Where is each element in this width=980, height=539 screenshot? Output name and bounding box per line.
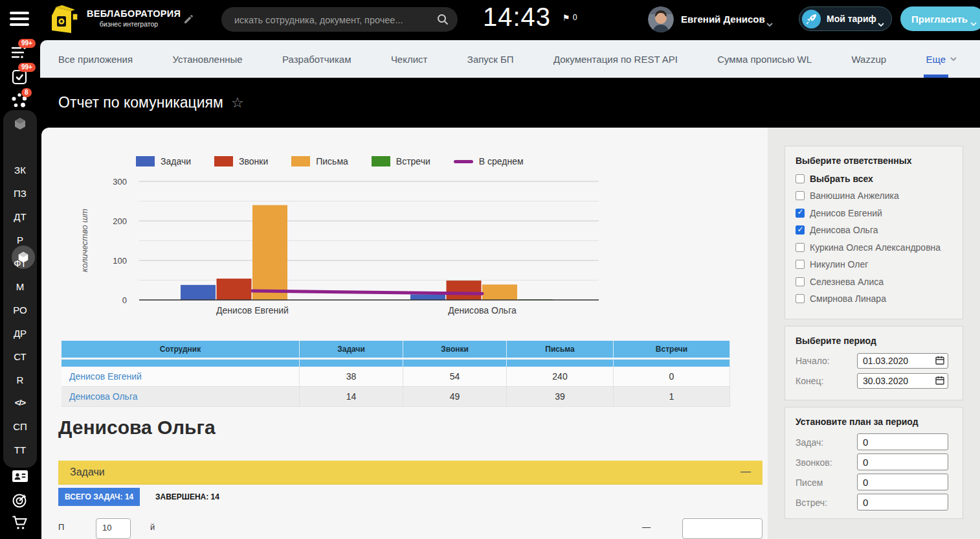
notifications-flag[interactable]: ⚑ 0: [562, 13, 577, 22]
table-strip-cell: [300, 360, 403, 367]
responsible-name: Ванюшина Анжелика: [810, 190, 899, 201]
rail-item[interactable]: ЗК: [3, 165, 37, 176]
rail-item[interactable]: РО: [3, 304, 37, 315]
table-header-cell[interactable]: Звонки: [403, 341, 507, 358]
user-name[interactable]: Евгений Денисов: [681, 14, 765, 25]
table-cell: 49: [403, 387, 507, 407]
nav-item[interactable]: Документация по REST API: [553, 54, 678, 65]
responsible-row[interactable]: Куркина Олеся Александровна: [796, 242, 941, 253]
responsible-row[interactable]: Денисов Евгений: [796, 208, 941, 218]
tasks-icon[interactable]: [12, 69, 27, 87]
rail-item[interactable]: ФТ: [3, 258, 37, 269]
responsible-checkbox[interactable]: [796, 209, 805, 218]
table-header-cell[interactable]: Задачи: [300, 341, 403, 358]
communications-chart: 0100200300количество штДенисов ЕвгенийДе…: [54, 165, 650, 321]
cart-icon[interactable]: [12, 515, 28, 533]
code-icon[interactable]: </>: [3, 398, 37, 407]
nav-item[interactable]: Все приложения: [58, 54, 133, 65]
title-bar: Отчет по комуникациям ☆: [40, 78, 980, 128]
plan-field-label: Встреч:: [796, 498, 827, 508]
responsible-checkbox[interactable]: [796, 277, 805, 286]
employee-link[interactable]: Денисова Ольга: [61, 387, 300, 407]
marketplace-cube-icon[interactable]: [12, 116, 28, 134]
rail-item[interactable]: СТ: [3, 351, 37, 362]
responsible-row[interactable]: Смирнова Линара: [796, 293, 941, 304]
report-content-card: ЗадачиЗвонкиПисьмаВстречиВ среднем 01002…: [41, 128, 768, 539]
responsible-checkbox[interactable]: [796, 225, 805, 235]
rail-item[interactable]: Р: [3, 235, 37, 246]
plan-field-input[interactable]: [857, 433, 948, 450]
rail-item[interactable]: ДТ: [3, 211, 37, 222]
plan-field-input[interactable]: [857, 453, 948, 470]
table-row: Денисов Евгений38542400: [61, 367, 730, 387]
table-header-cell[interactable]: Письма: [507, 341, 614, 358]
search-input[interactable]: [233, 7, 430, 33]
flag-icon: ⚑: [562, 14, 570, 22]
plan-field-label: Писем: [796, 477, 823, 488]
responsible-checkbox[interactable]: [796, 260, 805, 269]
responsible-row[interactable]: Никулин Олег: [796, 259, 941, 270]
period-panel-title: Выберите период: [796, 336, 876, 346]
page-size-select[interactable]: 10: [96, 518, 131, 539]
table-strip-cell: [507, 360, 614, 367]
responsible-checkbox[interactable]: [796, 191, 805, 200]
responsible-row[interactable]: Денисова Ольга: [796, 225, 941, 235]
nav-more-menu[interactable]: Еще: [926, 40, 957, 78]
table-cell: 0: [614, 367, 730, 387]
svg-text:Денисов Евгений: Денисов Евгений: [216, 305, 289, 315]
calendar-icon: [935, 376, 944, 387]
top-bar: ВЕБЛАБОРАТОРИЯ бизнес интегратор 14:43 ⚑…: [0, 0, 980, 40]
responsible-checkbox[interactable]: [796, 294, 805, 303]
rail-item[interactable]: R: [3, 374, 37, 385]
period-end-label: Конец:: [796, 376, 823, 386]
my-tariff-label: Мой тариф: [827, 14, 876, 24]
table-search-input[interactable]: [682, 518, 763, 539]
company-logo-icon[interactable]: [43, 5, 84, 36]
nav-item[interactable]: Wazzup: [851, 54, 886, 65]
nav-item[interactable]: Сумма прописью WL: [717, 54, 812, 65]
responsible-row[interactable]: Селезнева Алиса: [796, 277, 941, 287]
app-window: ВЕБЛАБОРАТОРИЯ бизнес интегратор 14:43 ⚑…: [0, 0, 980, 539]
rail-item[interactable]: ДР: [3, 328, 37, 339]
select-all-row[interactable]: Выбрать всех: [796, 174, 873, 184]
rail-item[interactable]: ТТ: [3, 444, 37, 455]
collapse-icon[interactable]: —: [741, 466, 751, 477]
nav-item[interactable]: Установленные: [173, 54, 243, 65]
hamburger-menu-icon[interactable]: [10, 12, 29, 27]
nav-item[interactable]: Запуск БП: [467, 54, 514, 65]
plan-field-input[interactable]: [857, 474, 948, 490]
crm-badge: 8: [21, 88, 32, 97]
id-card-icon[interactable]: [12, 470, 28, 485]
rail-item[interactable]: СП: [3, 421, 37, 432]
target-icon[interactable]: [12, 492, 28, 511]
responsible-name: Смирнова Линара: [810, 293, 886, 304]
chevron-down-icon[interactable]: [766, 17, 773, 29]
tasks-section-header[interactable]: Задачи —: [58, 461, 763, 485]
nav-item[interactable]: Чеклист: [391, 54, 428, 65]
period-end-input[interactable]: [857, 373, 948, 389]
table-row: Денисова Ольга1449391: [61, 387, 730, 407]
flag-count: 0: [573, 13, 577, 22]
rail-item[interactable]: ПЗ: [3, 188, 37, 199]
plan-field-label: Задач:: [796, 437, 823, 448]
responsible-checkbox[interactable]: [796, 243, 805, 252]
select-all-checkbox[interactable]: [796, 174, 805, 183]
responsible-row[interactable]: Ванюшина Анжелика: [796, 190, 941, 201]
nav-item[interactable]: Разработчикам: [282, 54, 351, 65]
table-header-cell[interactable]: Встречи: [614, 341, 730, 358]
rail-item[interactable]: М: [3, 281, 37, 292]
search-icon[interactable]: [436, 13, 449, 29]
period-start-input[interactable]: [857, 353, 948, 369]
user-avatar[interactable]: [648, 6, 674, 32]
table-header-cell[interactable]: Сотрудник: [61, 341, 300, 358]
invite-button[interactable]: Пригласить: [900, 6, 980, 31]
invite-label: Пригласить: [911, 14, 968, 25]
feed-badge: 99+: [18, 39, 36, 48]
plan-field-input[interactable]: [857, 494, 948, 510]
favorite-star-icon[interactable]: ☆: [231, 95, 244, 111]
edit-pencil-icon[interactable]: [183, 14, 194, 27]
employee-link[interactable]: Денисов Евгений: [61, 367, 300, 387]
logo-text: ВЕБЛАБОРАТОРИЯ бизнес интегратор: [87, 8, 171, 28]
my-tariff-button[interactable]: Мой тариф: [799, 6, 892, 31]
calendar-icon: [935, 356, 944, 367]
